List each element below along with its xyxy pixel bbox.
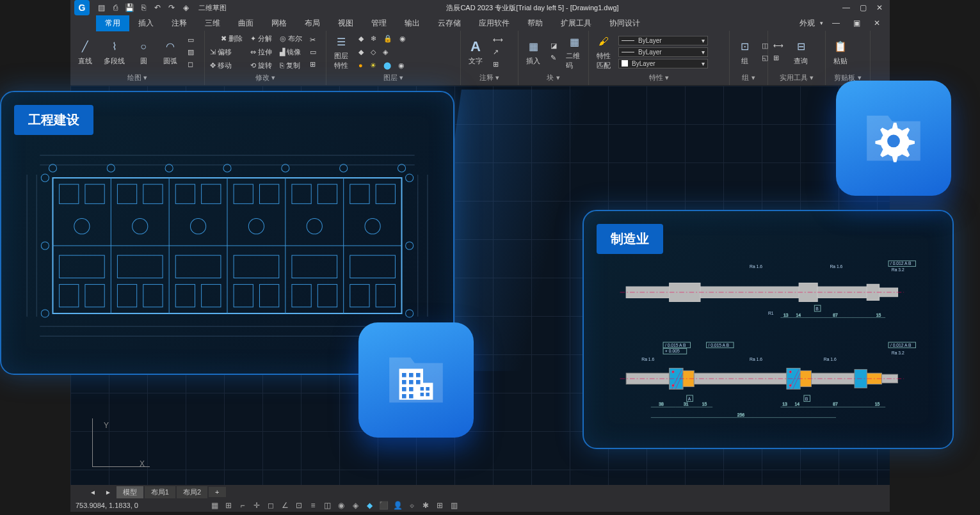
qrcode-button[interactable]: ▦二维码 <box>562 32 586 72</box>
tab-layout1[interactable]: 布局1 <box>145 486 175 498</box>
table-icon[interactable]: ⊞ <box>490 59 506 70</box>
tab-layout[interactable]: 布局 <box>296 15 329 31</box>
close-icon[interactable]: ✕ <box>872 2 887 13</box>
dyn-ucs-icon[interactable]: ◆ <box>364 500 375 511</box>
cube-icon[interactable]: ◈ <box>181 3 191 13</box>
gizmo-icon[interactable]: 👤 <box>392 500 403 511</box>
hatch-icon[interactable]: ▨ <box>185 47 197 58</box>
copy-button[interactable]: ⎘ 复制 <box>277 59 305 72</box>
maximize-icon[interactable]: ▢ <box>855 2 871 13</box>
arc-button[interactable]: ◠圆弧 <box>158 37 182 67</box>
tab-extensions[interactable]: 扩展工具 <box>552 15 600 31</box>
color-dropdown[interactable]: ByLayer▾ <box>618 36 708 45</box>
offset-button[interactable]: ⇲ 偏移 <box>207 46 245 58</box>
array-icon[interactable]: ⊞ <box>307 59 319 70</box>
layer-on-icon[interactable]: ☀ <box>367 60 379 71</box>
leader-icon[interactable]: ↗ <box>490 47 506 58</box>
save-icon[interactable]: 💾 <box>124 3 134 13</box>
layer-merge-icon[interactable]: ◈ <box>380 47 390 58</box>
mirror-button[interactable]: ▟ 镜像 <box>277 46 305 58</box>
minimize-icon[interactable]: — <box>839 2 854 13</box>
osnap-icon[interactable]: ◻ <box>265 500 277 511</box>
lineweight-dropdown[interactable]: ByLayer▾ <box>618 59 708 68</box>
tab-3d[interactable]: 三维 <box>196 15 229 31</box>
tab-add-button[interactable]: + <box>209 487 225 497</box>
layer-color-icon[interactable]: ● <box>356 60 365 71</box>
tab-collab[interactable]: 协同设计 <box>600 15 649 31</box>
tab-model[interactable]: 模型 <box>116 486 143 498</box>
app-logo[interactable]: G <box>74 0 90 15</box>
trim-icon[interactable]: ✂ <box>307 35 319 45</box>
workspace-icon[interactable]: ⊞ <box>434 500 446 511</box>
otrack-icon[interactable]: ∠ <box>279 500 291 511</box>
region-icon[interactable]: ◻ <box>185 59 197 70</box>
transparency-icon[interactable]: ◫ <box>321 500 333 511</box>
monitor-icon[interactable]: ▥ <box>448 500 460 511</box>
appearance-button[interactable]: 外观 <box>799 18 815 29</box>
tab-nav-prev-icon[interactable]: ◄ <box>86 489 100 496</box>
workspace-selector[interactable]: 二维草图 <box>198 3 227 13</box>
tab-home[interactable]: 常用 <box>96 15 129 31</box>
sel-cycle-icon[interactable]: ◉ <box>335 500 347 511</box>
tab-mesh[interactable]: 网格 <box>262 15 296 31</box>
calc-icon[interactable]: ⊞ <box>771 52 786 63</box>
redo-icon[interactable]: ↷ <box>166 3 177 13</box>
annoscale-icon[interactable]: ⟐ <box>406 500 417 511</box>
circle-button[interactable]: ○圆 <box>131 37 156 67</box>
lwt-icon[interactable]: ≡ <box>307 500 319 511</box>
line-button[interactable]: ╱直线 <box>73 37 97 67</box>
create-block-icon[interactable]: ◪ <box>548 40 559 51</box>
layer-lock-icon[interactable]: 🔒 <box>381 33 395 44</box>
doc-minimize-icon[interactable]: — <box>828 17 844 29</box>
rect-icon[interactable]: ▭ <box>185 35 197 45</box>
tab-layout2[interactable]: 布局2 <box>177 486 207 498</box>
new-icon[interactable]: ▤ <box>96 3 106 13</box>
tab-apps[interactable]: 应用软件 <box>470 15 518 31</box>
tab-help[interactable]: 帮助 <box>518 15 552 31</box>
text-button[interactable]: A文字 <box>463 37 488 67</box>
query-button[interactable]: ⊟查询 <box>789 37 813 67</box>
layer-iso-icon[interactable]: ◇ <box>368 47 378 58</box>
layer-setcur-icon[interactable]: ⬤ <box>381 60 394 71</box>
delete-button[interactable]: ✖ 删除 <box>207 33 245 45</box>
snap-grid-icon[interactable]: ▦ <box>209 500 220 511</box>
move-button[interactable]: ✥ 移动 <box>207 59 245 72</box>
layer-freeze-icon[interactable]: ❄ <box>368 33 379 44</box>
layer-props-button[interactable]: ☰图层 特性 <box>329 32 353 72</box>
match-props-button[interactable]: 🖌特性 匹配 <box>591 32 616 72</box>
open-icon[interactable]: ⎙ <box>110 3 120 13</box>
polyline-button[interactable]: ⌇多段线 <box>100 37 129 67</box>
group-button[interactable]: ⊡组 <box>732 37 757 67</box>
annovisible-icon[interactable]: ✱ <box>420 500 431 511</box>
measure-icon[interactable]: ⟷ <box>771 40 786 51</box>
dyn-icon[interactable]: ⊡ <box>293 500 305 511</box>
scale-icon[interactable]: ▭ <box>307 47 319 58</box>
layer-walk-icon[interactable]: ◉ <box>396 60 407 71</box>
tab-nav-next-icon[interactable]: ► <box>101 489 115 496</box>
layer-off-icon[interactable]: ◉ <box>397 33 408 44</box>
ortho-icon[interactable]: ⌐ <box>237 500 248 511</box>
tab-insert[interactable]: 插入 <box>129 15 163 31</box>
linetype-dropdown[interactable]: ByLayer▾ <box>618 47 708 57</box>
doc-restore-icon[interactable]: ▣ <box>849 17 864 29</box>
layer-tool-icon[interactable]: ◆ <box>356 47 366 58</box>
tab-manage[interactable]: 管理 <box>362 15 396 31</box>
layer-state-icon[interactable]: ◆ <box>356 33 366 44</box>
polar-icon[interactable]: ✛ <box>251 500 262 511</box>
tab-annotate[interactable]: 注释 <box>163 15 196 31</box>
tab-surface[interactable]: 曲面 <box>229 15 262 31</box>
3dosnap-icon[interactable]: ◈ <box>349 500 361 511</box>
plot-icon[interactable]: ⎘ <box>138 3 149 13</box>
dim-icon[interactable]: ⟷ <box>490 35 506 45</box>
tab-cloud[interactable]: 云存储 <box>429 15 470 31</box>
stretch-button[interactable]: ⇔ 拉伸 <box>248 46 275 58</box>
rotate-button[interactable]: ⟲ 旋转 <box>248 59 275 72</box>
boolean-button[interactable]: ◎ 布尔 <box>277 33 305 45</box>
insert-button[interactable]: ▦插入 <box>521 37 545 67</box>
selection-icon[interactable]: ⬛ <box>378 500 389 511</box>
grid-icon[interactable]: ⊞ <box>223 500 234 511</box>
explode-button[interactable]: ✦ 分解 <box>248 33 275 45</box>
edit-block-icon[interactable]: ✎ <box>548 52 559 63</box>
tab-output[interactable]: 输出 <box>396 15 429 31</box>
paste-button[interactable]: 📋粘贴 <box>828 37 853 67</box>
